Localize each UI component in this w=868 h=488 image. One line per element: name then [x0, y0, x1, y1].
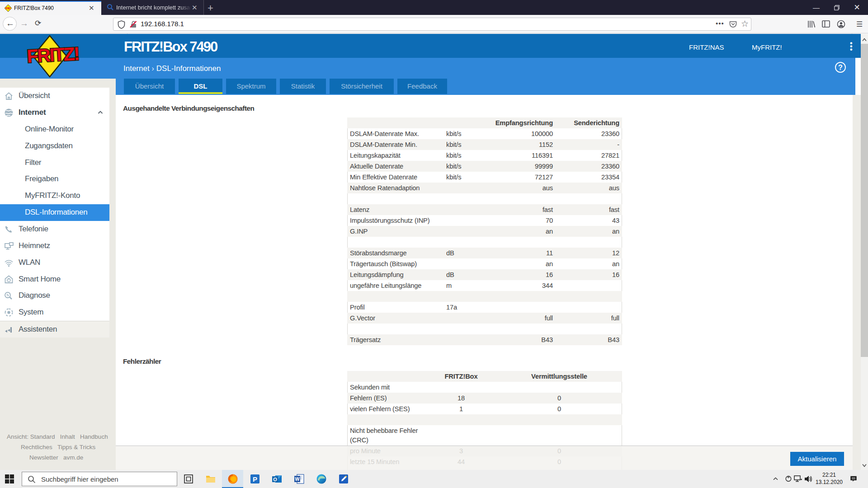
svg-text:O: O	[273, 477, 277, 482]
svg-text:FRITZ!: FRITZ!	[26, 43, 79, 67]
svg-text:W: W	[295, 476, 300, 482]
svg-text:P: P	[253, 475, 257, 483]
svg-text:FR!: FR!	[5, 7, 11, 10]
